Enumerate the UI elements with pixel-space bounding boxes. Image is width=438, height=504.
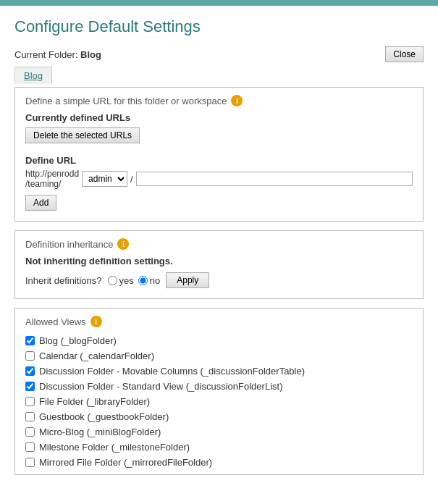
currently-defined-urls-title: Currently defined URLs <box>25 112 413 123</box>
view-item: Micro-Blog (_miniBlogFolder) <box>25 424 413 440</box>
view-checkbox[interactable] <box>25 382 35 391</box>
view-label: Mirrored File Folder (_mirroredFileFolde… <box>39 457 212 468</box>
url-section-legend: Define a simple URL for this folder or w… <box>25 95 413 106</box>
inheritance-info-icon[interactable]: i <box>117 238 129 250</box>
inheritance-legend: Definition inheritance i <box>25 238 413 250</box>
close-button[interactable]: Close <box>385 46 424 62</box>
top-bar <box>0 0 438 6</box>
delete-selected-urls-button[interactable]: Delete the selected URLs <box>25 127 140 143</box>
view-item: Mirrored File Folder (_mirroredFileFolde… <box>25 455 413 470</box>
views-info-icon[interactable]: i <box>90 316 102 327</box>
view-label: Discussion Folder - Movable Columns (_di… <box>39 366 305 377</box>
view-label: File Folder (_libraryFolder) <box>39 396 150 407</box>
inherit-status: Not inheriting definition settings. <box>25 256 413 266</box>
view-checkbox[interactable] <box>25 412 35 421</box>
url-select[interactable]: admin <box>82 171 127 187</box>
view-label: Micro-Blog (_miniBlogFolder) <box>39 427 161 437</box>
view-checkbox[interactable] <box>25 336 35 345</box>
url-slash: / <box>130 174 133 185</box>
view-item: Discussion Folder - Movable Columns (_di… <box>25 364 413 379</box>
define-url-label: Define URL <box>25 155 413 166</box>
radio-yes[interactable] <box>108 276 117 285</box>
url-input-row: http://penrodd /teaming/ admin / <box>25 169 413 189</box>
radio-no[interactable] <box>138 276 148 285</box>
blog-tab-link[interactable]: Blog <box>14 67 52 84</box>
inheritance-section: Definition inheritance i Not inheriting … <box>14 230 424 299</box>
inherit-label: Inherit definitions? <box>25 275 102 286</box>
view-checkbox[interactable] <box>25 427 35 437</box>
url-prefix: http://penrodd /teaming/ <box>25 169 79 189</box>
view-checkbox[interactable] <box>25 397 35 406</box>
add-url-button[interactable]: Add <box>25 195 56 211</box>
view-checkbox[interactable] <box>25 442 35 452</box>
views-section: Allowed Views i Blog (_blogFolder)Calend… <box>14 308 424 475</box>
view-item: Guestbook (_guestbookFolder) <box>25 409 413 424</box>
apply-button[interactable]: Apply <box>166 272 209 288</box>
view-label: Guestbook (_guestbookFolder) <box>39 411 169 422</box>
views-list: Blog (_blogFolder)Calendar (_calendarFol… <box>25 333 413 470</box>
inherit-row: Inherit definitions? yes no Apply <box>25 272 413 288</box>
view-label: Calendar (_calendarFolder) <box>39 350 154 361</box>
blog-tab: Blog <box>14 67 424 84</box>
radio-group: yes no <box>108 275 161 286</box>
url-section: Define a simple URL for this folder or w… <box>14 87 424 222</box>
url-info-icon[interactable]: i <box>231 95 243 106</box>
view-checkbox[interactable] <box>25 351 35 361</box>
page-title: Configure Default Settings <box>0 6 438 43</box>
view-label: Blog (_blogFolder) <box>39 335 117 346</box>
radio-no-option[interactable]: no <box>138 275 160 286</box>
url-text-input[interactable] <box>136 172 413 186</box>
view-item: Calendar (_calendarFolder) <box>25 348 413 364</box>
view-label: Discussion Folder - Standard View (_disc… <box>39 381 282 392</box>
current-folder-row: Current Folder: Blog Close <box>0 43 438 67</box>
radio-yes-option[interactable]: yes <box>108 275 134 286</box>
view-checkbox[interactable] <box>25 458 35 467</box>
view-checkbox[interactable] <box>25 366 35 376</box>
current-folder-label: Current Folder: Blog <box>14 49 101 60</box>
current-folder-name: Blog <box>80 49 101 60</box>
views-legend: Allowed Views i <box>25 316 413 327</box>
view-label: Milestone Folder (_milestoneFolder) <box>39 442 190 453</box>
view-item: Discussion Folder - Standard View (_disc… <box>25 379 413 394</box>
view-item: Blog (_blogFolder) <box>25 333 413 348</box>
view-item: Milestone Folder (_milestoneFolder) <box>25 440 413 455</box>
view-item: File Folder (_libraryFolder) <box>25 394 413 409</box>
define-url-section: Define URL http://penrodd /teaming/ admi… <box>25 155 413 211</box>
